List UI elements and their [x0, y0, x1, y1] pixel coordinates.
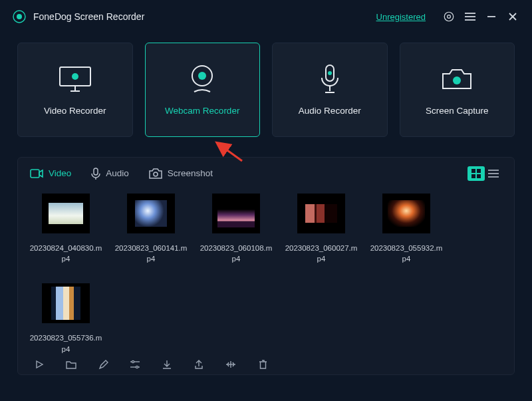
- gallery-toolbar: [18, 354, 514, 374]
- video-recorder-label: Video Recorder: [44, 106, 106, 116]
- thumbnail-icon: [297, 194, 345, 233]
- thumbnail-icon: [212, 194, 260, 233]
- sliders-icon: [130, 360, 140, 369]
- app-title: FoneDog Screen Recorder: [33, 11, 144, 22]
- svg-rect-29: [477, 174, 481, 178]
- thumbnail-icon: [42, 194, 90, 233]
- svg-rect-26: [471, 169, 475, 173]
- svg-point-36: [136, 366, 138, 368]
- svg-rect-27: [477, 169, 481, 173]
- minimize-button[interactable]: [484, 9, 499, 24]
- webcam-recorder-card[interactable]: Webcam Recorder: [145, 43, 261, 137]
- svg-point-15: [198, 72, 206, 80]
- list-view-button[interactable]: [485, 166, 502, 181]
- gallery-item-label: 20230824_040830.mp4: [29, 243, 102, 265]
- trim-icon: [225, 360, 236, 369]
- camera-small-icon: [149, 168, 162, 179]
- svg-point-20: [453, 76, 461, 84]
- mode-cards: Video Recorder Webcam Recorder Audio Rec…: [0, 33, 532, 137]
- gallery-item-label: 20230823_055736.mp4: [29, 333, 102, 354]
- trash-icon: [259, 360, 267, 370]
- app-logo-icon: [12, 9, 27, 24]
- svg-rect-22: [31, 170, 39, 178]
- tab-audio-label: Audio: [106, 168, 129, 178]
- settings-button[interactable]: [442, 9, 456, 24]
- svg-point-34: [132, 361, 134, 363]
- screen-capture-label: Screen Capture: [426, 106, 489, 116]
- video-icon: [30, 169, 43, 178]
- thumbnail-icon: [127, 194, 175, 233]
- camera-icon: [440, 65, 473, 94]
- tab-screenshot[interactable]: Screenshot: [149, 168, 213, 179]
- thumbnail-icon: [42, 283, 90, 323]
- tab-audio[interactable]: Audio: [91, 168, 129, 180]
- unregistered-link[interactable]: Unregistered: [376, 12, 426, 22]
- close-button[interactable]: [505, 9, 520, 24]
- gallery-item-label: 20230823_060108.mp4: [200, 243, 273, 265]
- svg-point-13: [72, 73, 78, 80]
- gallery-tabs: Video Audio Screenshot: [18, 158, 514, 182]
- gallery-item[interactable]: 20230823_060141.mp4: [118, 194, 184, 265]
- titlebar: FoneDog Screen Recorder Unregistered: [0, 0, 532, 33]
- edit-button[interactable]: [96, 358, 110, 371]
- gallery-item[interactable]: 20230823_060027.mp4: [288, 194, 354, 265]
- grid-icon: [471, 169, 481, 178]
- grid-view-button[interactable]: [467, 166, 485, 181]
- svg-rect-28: [471, 174, 475, 178]
- thumbnail-grid: 20230824_040830.mp4 20230823_060141.mp4 …: [18, 182, 514, 355]
- tab-video[interactable]: Video: [30, 168, 71, 178]
- audio-recorder-card[interactable]: Audio Recorder: [272, 43, 388, 137]
- svg-point-2: [444, 12, 454, 21]
- open-folder-button[interactable]: [65, 358, 78, 371]
- gallery-item[interactable]: 20230823_055932.mp4: [373, 194, 440, 265]
- svg-point-25: [154, 172, 158, 176]
- webcam-icon: [188, 65, 217, 94]
- play-icon: [35, 360, 44, 369]
- microphone-icon: [319, 65, 341, 94]
- download-icon: [162, 360, 172, 370]
- webcam-recorder-label: Webcam Recorder: [165, 106, 239, 116]
- audio-recorder-label: Audio Recorder: [299, 106, 361, 116]
- svg-point-1: [17, 14, 22, 19]
- gallery-item[interactable]: 20230824_040830.mp4: [33, 194, 99, 265]
- video-recorder-card[interactable]: Video Recorder: [17, 43, 133, 137]
- download-button[interactable]: [160, 358, 174, 371]
- thumbnail-icon: [382, 194, 430, 233]
- tab-video-label: Video: [49, 168, 71, 178]
- gallery-item[interactable]: 20230823_055736.mp4: [33, 283, 99, 354]
- tab-screenshot-label: Screenshot: [168, 168, 213, 178]
- svg-rect-23: [94, 168, 98, 175]
- delete-button[interactable]: [256, 358, 269, 371]
- gallery-item-label: 20230823_060027.mp4: [285, 243, 358, 265]
- monitor-icon: [56, 65, 94, 94]
- play-button[interactable]: [33, 358, 46, 371]
- folder-icon: [66, 360, 76, 369]
- microphone-small-icon: [91, 168, 100, 180]
- screen-capture-card[interactable]: Screen Capture: [400, 43, 515, 137]
- gallery-item[interactable]: 20230823_060108.mp4: [203, 194, 269, 265]
- pencil-icon: [98, 360, 108, 370]
- gallery-item-label: 20230823_055932.mp4: [370, 243, 443, 265]
- svg-point-19: [328, 71, 332, 75]
- gallery-item-label: 20230823_060141.mp4: [114, 243, 188, 265]
- svg-point-3: [448, 15, 451, 19]
- share-icon: [194, 360, 203, 370]
- convert-button[interactable]: [128, 358, 142, 371]
- share-button[interactable]: [192, 358, 205, 371]
- trim-button[interactable]: [224, 358, 237, 371]
- menu-button[interactable]: [463, 9, 477, 24]
- list-icon: [488, 170, 499, 178]
- gallery-panel: Video Audio Screenshot: [17, 157, 515, 375]
